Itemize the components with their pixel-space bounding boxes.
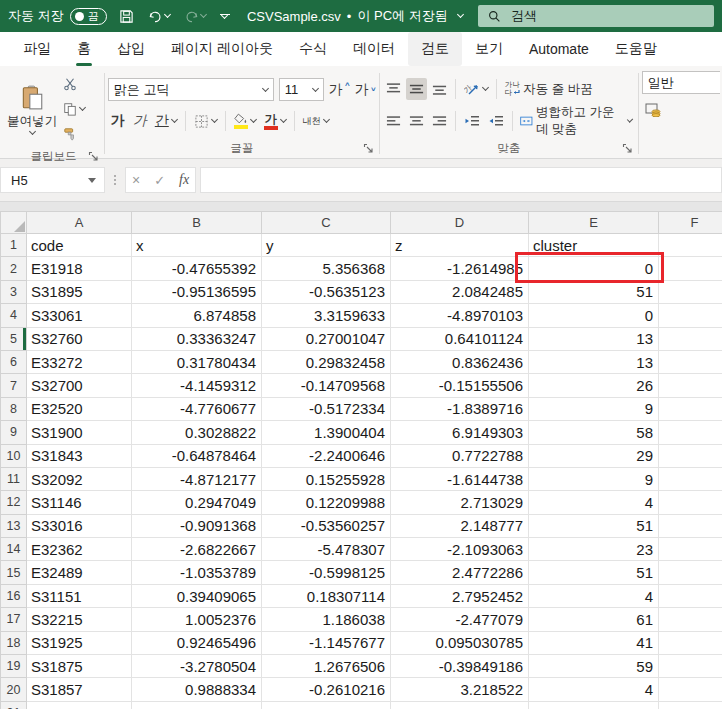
cell[interactable]: S32760 (27, 327, 132, 350)
cell[interactable]: -0.14709568 (262, 374, 391, 397)
autosave-toggle[interactable]: 자동 저장 끔 (8, 7, 107, 25)
clipboard-dialog-launcher-icon[interactable] (88, 151, 99, 162)
cell[interactable]: -4.7760677 (132, 397, 262, 420)
row-header[interactable]: 3 (1, 280, 27, 303)
cell[interactable] (659, 374, 722, 397)
cell[interactable] (659, 467, 722, 490)
cell[interactable]: 0 (529, 257, 659, 280)
formula-bar-handle[interactable] (114, 175, 116, 185)
cell[interactable]: 0.64101124 (391, 327, 529, 350)
cell[interactable]: 26 (529, 374, 659, 397)
row-header[interactable]: 5 (1, 327, 27, 350)
wrap-text-button[interactable]: 가나 다 자동 줄 바꿈 (502, 78, 596, 100)
cell[interactable]: S31151 (27, 584, 132, 607)
cell[interactable]: 0 (529, 304, 659, 327)
borders-button[interactable] (191, 110, 220, 132)
cell[interactable]: S32700 (27, 374, 132, 397)
cell[interactable]: 59 (529, 655, 659, 678)
cell[interactable]: -4.8712177 (132, 467, 262, 490)
underline-button[interactable]: 간 (152, 110, 180, 132)
row-header[interactable]: 12 (1, 491, 27, 514)
row-header[interactable]: 6 (1, 350, 27, 373)
tab-formulas[interactable]: 수식 (286, 32, 340, 66)
cell[interactable] (659, 584, 722, 607)
cell[interactable]: -5.478307 (262, 538, 391, 561)
undo-dropdown-icon[interactable] (164, 11, 171, 18)
cell[interactable]: -3.2780504 (132, 655, 262, 678)
cell[interactable]: -0.5635123 (262, 280, 391, 303)
align-bottom-button[interactable] (429, 78, 450, 100)
cell[interactable]: -2.1863523 (262, 701, 391, 709)
cell[interactable]: 0.41620016 (391, 701, 529, 709)
cell[interactable]: -1.1991229 (132, 701, 262, 709)
font-color-dropdown-icon[interactable] (280, 116, 287, 123)
cell[interactable]: 51 (529, 280, 659, 303)
cell[interactable]: S33061 (27, 304, 132, 327)
cell[interactable] (659, 608, 722, 631)
cell[interactable]: E32520 (27, 397, 132, 420)
number-format-select[interactable]: 일반 (642, 71, 720, 94)
redo-button[interactable] (182, 7, 208, 26)
orientation-button[interactable]: 가 (461, 78, 491, 100)
cell[interactable]: E32286 (27, 701, 132, 709)
cell[interactable] (659, 631, 722, 654)
cell[interactable] (659, 350, 722, 373)
cell[interactable]: 1.0052376 (132, 608, 262, 631)
cell[interactable]: 13 (529, 327, 659, 350)
cell[interactable]: S31900 (27, 421, 132, 444)
font-size-select[interactable]: 11 (279, 78, 324, 101)
cell[interactable]: 3.3159633 (262, 304, 391, 327)
cell[interactable]: S32092 (27, 467, 132, 490)
row-header[interactable]: 11 (1, 467, 27, 490)
save-button[interactable] (117, 7, 136, 26)
column-header-f[interactable]: F (659, 212, 722, 234)
cell[interactable]: -0.95136595 (132, 280, 262, 303)
row-header[interactable]: 2 (1, 257, 27, 280)
align-top-button[interactable] (383, 78, 404, 100)
name-box[interactable]: H5 (0, 167, 105, 193)
cell[interactable]: -1.0353789 (132, 561, 262, 584)
italic-button[interactable]: 가 (130, 110, 150, 132)
merge-dropdown-icon[interactable] (627, 116, 633, 122)
cell[interactable]: 0.7722788 (391, 444, 529, 467)
align-right-button[interactable] (429, 110, 450, 132)
accounting-format-button[interactable] (642, 98, 720, 120)
cell[interactable]: 2.148777 (391, 514, 529, 537)
orientation-dropdown-icon[interactable] (482, 84, 489, 91)
enter-icon[interactable]: ✓ (154, 173, 165, 188)
row-header[interactable]: 21 (1, 701, 27, 709)
cell[interactable]: 9 (529, 467, 659, 490)
cell[interactable]: -2.6822667 (132, 538, 262, 561)
cell[interactable]: -0.5998125 (262, 561, 391, 584)
customize-quick-access-button[interactable] (218, 12, 232, 21)
cell[interactable]: 6.874858 (132, 304, 262, 327)
cell[interactable]: -2.1093063 (391, 538, 529, 561)
row-header[interactable]: 1 (1, 234, 27, 257)
cell[interactable]: 0.3028822 (132, 421, 262, 444)
cell[interactable]: -4.8970103 (391, 304, 529, 327)
cell[interactable]: 0.095030785 (391, 631, 529, 654)
cell[interactable] (659, 538, 722, 561)
cell[interactable]: S31895 (27, 280, 132, 303)
cell[interactable]: 51 (529, 561, 659, 584)
column-header-b[interactable]: B (132, 212, 262, 234)
cell[interactable]: 0.9888334 (132, 678, 262, 701)
column-header-c[interactable]: C (262, 212, 391, 234)
cell[interactable]: 0.39409065 (132, 584, 262, 607)
cell[interactable]: E33272 (27, 350, 132, 373)
cell[interactable]: y (262, 234, 391, 257)
tab-review[interactable]: 검토 (408, 32, 462, 66)
cell[interactable]: -0.64878464 (132, 444, 262, 467)
row-header[interactable]: 4 (1, 304, 27, 327)
cell[interactable]: 0.12209988 (262, 491, 391, 514)
cell[interactable]: 2.0842485 (391, 280, 529, 303)
cell[interactable]: 0.2947049 (132, 491, 262, 514)
cell[interactable]: S33016 (27, 514, 132, 537)
cell[interactable]: 3.218522 (391, 678, 529, 701)
cell[interactable]: 0.92465496 (132, 631, 262, 654)
cell[interactable]: -4.1459312 (132, 374, 262, 397)
cell[interactable]: 5.356368 (262, 257, 391, 280)
cell[interactable]: 2.4772286 (391, 561, 529, 584)
formula-input[interactable] (200, 167, 722, 193)
column-header-e[interactable]: E (529, 212, 659, 234)
